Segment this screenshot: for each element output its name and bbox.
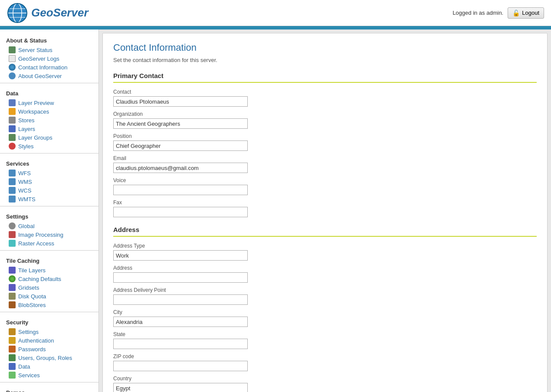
logged-in-text: Logged in as admin. xyxy=(453,10,503,16)
address-divider xyxy=(113,236,537,237)
primary-contact-divider xyxy=(113,82,537,83)
sidebar-item-layer-groups[interactable]: Layer Groups xyxy=(0,133,98,142)
sidebar-item-stores[interactable]: Stores xyxy=(0,116,98,124)
tile-icon-wmts xyxy=(9,196,16,203)
sidebar-item-wms[interactable]: WMS xyxy=(0,177,98,186)
address-type-field-group: Address Type xyxy=(113,243,537,265)
gridsets-icon xyxy=(9,284,16,291)
main-content: Contact Information Set the contact info… xyxy=(99,29,551,392)
sidebar-item-passwords[interactable]: Passwords xyxy=(0,345,98,353)
organization-input[interactable] xyxy=(113,118,248,129)
services-icon xyxy=(9,372,16,379)
globe-icon xyxy=(9,64,16,71)
monitor-icon xyxy=(9,46,16,53)
city-field-group: City xyxy=(113,309,537,331)
lock-icon xyxy=(9,337,16,344)
tile2-icon xyxy=(9,267,16,274)
sidebar-item-security-services[interactable]: Services xyxy=(0,371,98,379)
email-field-group: Email xyxy=(113,155,537,177)
image-icon xyxy=(9,231,16,238)
fax-label: Fax xyxy=(113,199,537,206)
zip-field-group: ZIP code xyxy=(113,353,537,376)
content-area: Contact Information Set the contact info… xyxy=(102,33,548,392)
sidebar-item-blobstores[interactable]: BlobStores xyxy=(0,301,98,309)
sidebar-item-geoserver-logs[interactable]: GeoServer Logs xyxy=(0,54,98,63)
state-input[interactable] xyxy=(113,339,248,349)
country-label: Country xyxy=(113,376,537,382)
key-icon xyxy=(9,328,16,335)
sidebar-section-security: Security xyxy=(0,315,98,327)
sidebar-item-tile-layers[interactable]: Tile Layers xyxy=(0,266,98,274)
db-icon xyxy=(9,117,16,124)
disk-icon xyxy=(9,293,16,300)
email-label: Email xyxy=(113,155,537,161)
sidebar-item-styles[interactable]: Styles xyxy=(0,142,98,150)
logout-icon: 🔓 xyxy=(512,10,520,16)
sidebar-item-authentication[interactable]: Authentication xyxy=(0,336,98,345)
sidebar-item-raster-access[interactable]: Raster Access xyxy=(0,239,98,248)
voice-field-group: Voice xyxy=(113,177,537,199)
sidebar-section-settings: Settings xyxy=(0,209,98,222)
position-input[interactable] xyxy=(113,140,248,151)
state-field-group: State xyxy=(113,331,537,353)
sidebar-item-wfs[interactable]: WFS xyxy=(0,169,98,177)
styles-icon xyxy=(9,143,16,150)
address-input[interactable] xyxy=(113,272,248,283)
logout-button[interactable]: 🔓 Logout xyxy=(508,7,544,19)
gear-icon xyxy=(9,222,16,229)
sidebar-item-users-groups-roles[interactable]: Users, Groups, Roles xyxy=(0,353,98,362)
folder-orange-icon xyxy=(9,108,16,115)
organization-label: Organization xyxy=(113,111,537,117)
raster-icon xyxy=(9,240,16,247)
sidebar-item-security-settings[interactable]: Settings xyxy=(0,327,98,336)
sidebar-item-contact-information[interactable]: Contact Information xyxy=(0,63,98,72)
address-delivery-label: Address Delivery Point xyxy=(113,287,537,293)
sidebar-item-gridsets[interactable]: Gridsets xyxy=(0,283,98,292)
layers-icon xyxy=(9,99,16,106)
sidebar-section-data: Data xyxy=(0,86,98,98)
sidebar-item-image-processing[interactable]: Image Processing xyxy=(0,230,98,239)
address-type-input[interactable] xyxy=(113,250,248,261)
sidebar-item-layers[interactable]: Layers xyxy=(0,124,98,133)
blue-bar xyxy=(0,26,551,29)
address-delivery-input[interactable] xyxy=(113,294,248,305)
sidebar-divider-2 xyxy=(0,153,98,154)
sidebar-item-server-status[interactable]: Server Status xyxy=(0,46,98,54)
data-icon xyxy=(9,363,16,370)
sidebar-item-layer-preview[interactable]: Layer Preview xyxy=(0,98,98,107)
sidebar-item-wcs[interactable]: WCS xyxy=(0,186,98,195)
tile-icon-wms xyxy=(9,178,16,185)
sidebar-section-about: About & Status xyxy=(0,33,98,46)
tile-icon-wcs xyxy=(9,187,16,194)
info-icon xyxy=(9,72,16,79)
address-label: Address xyxy=(113,265,537,271)
country-field-group: Country xyxy=(113,376,537,392)
blob-icon xyxy=(9,301,16,308)
sidebar-item-global[interactable]: Global xyxy=(0,222,98,230)
contact-input[interactable] xyxy=(113,96,248,107)
voice-label: Voice xyxy=(113,177,537,183)
sidebar-divider-4 xyxy=(0,250,98,251)
voice-input[interactable] xyxy=(113,185,248,195)
layer-blue-icon xyxy=(9,125,16,132)
zip-input[interactable] xyxy=(113,361,248,371)
globe2-icon xyxy=(9,275,16,282)
doc-icon xyxy=(9,55,16,62)
sidebar-item-caching-defaults[interactable]: Caching Defaults xyxy=(0,274,98,283)
country-input[interactable] xyxy=(113,383,248,392)
sidebar-item-security-data[interactable]: Data xyxy=(0,362,98,371)
fax-input[interactable] xyxy=(113,207,248,217)
sidebar-item-about-geoserver[interactable]: About GeoServer xyxy=(0,72,98,80)
sidebar-item-disk-quota[interactable]: Disk Quota xyxy=(0,292,98,301)
email-input[interactable] xyxy=(113,163,248,173)
city-input[interactable] xyxy=(113,317,248,327)
address-section-title: Address xyxy=(113,226,537,233)
sidebar-item-wmts[interactable]: WMTS xyxy=(0,195,98,203)
sidebar-item-workspaces[interactable]: Workspaces xyxy=(0,107,98,116)
position-label: Position xyxy=(113,133,537,139)
header: GeoServer Logged in as admin. 🔓 Logout xyxy=(0,0,551,26)
logo-area: GeoServer xyxy=(7,3,89,23)
state-label: State xyxy=(113,331,537,337)
contact-label: Contact xyxy=(113,89,537,95)
logo-text: GeoServer xyxy=(31,6,89,20)
